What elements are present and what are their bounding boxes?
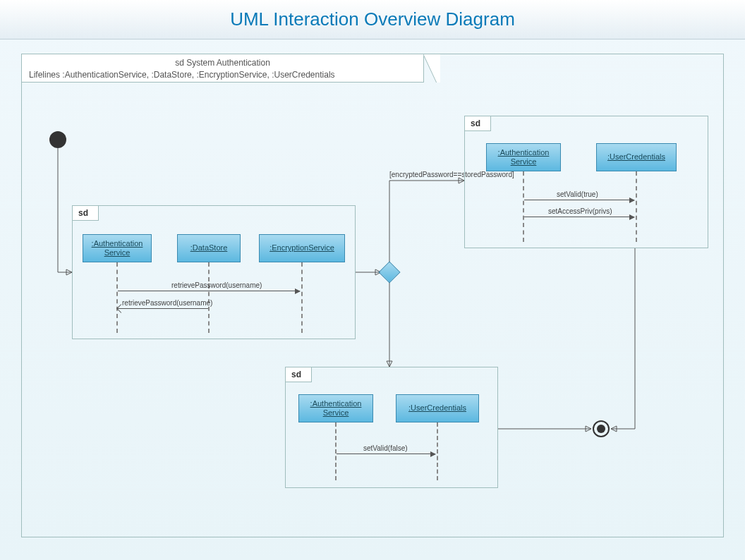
final-node (593, 420, 610, 437)
lifebox-encryption: :EncryptionService (259, 234, 345, 262)
page-title: UML Interaction Overview Diagram (230, 8, 515, 30)
lifebox-usercred-2: :UserCredentials (596, 143, 677, 171)
lifeline-auth-3 (335, 422, 337, 480)
msg-line-2-2 (524, 217, 634, 217)
lifeline-ds (208, 262, 210, 333)
outer-tab-line1: sd System Authentication (29, 57, 416, 69)
sd-tab-3: sd (285, 367, 312, 382)
sd-frame-1: sd :Authentication Service :DataStore :E… (72, 205, 356, 339)
lifeline-auth-2 (523, 171, 524, 242)
outer-frame-tab: sd System Authentication Lifelines :Auth… (22, 54, 424, 83)
sd-frame-2: sd :Authentication Service :UserCredenti… (464, 116, 708, 248)
lifebox-auth-2: :Authentication Service (486, 143, 561, 171)
msg-line-3-1 (337, 454, 435, 454)
lifeline-uc-2 (636, 171, 637, 242)
msg-line-1-1 (118, 291, 300, 291)
msg-line-2-1 (524, 200, 634, 200)
sd-tab-1: sd (72, 205, 99, 221)
sd-frame-3: sd :Authentication Service :UserCredenti… (285, 367, 498, 488)
lifeline-enc (301, 262, 303, 333)
msg-line-1-2 (118, 308, 208, 309)
outer-tab-notch (423, 54, 440, 83)
msg-text-2-1: setValid(true) (557, 190, 598, 198)
outer-tab-line2: Lifelines :AuthenticationService, :DataS… (29, 69, 416, 81)
page-header: UML Interaction Overview Diagram (0, 0, 745, 39)
lifebox-usercred-3: :UserCredentials (396, 394, 479, 422)
sd-tab-2: sd (464, 116, 491, 131)
msg-text-1-1: retrievePassword(username) (171, 281, 262, 289)
msg-text-2-2: setAccessPriv(privs) (548, 207, 612, 215)
diagram-canvas: sd System Authentication Lifelines :Auth… (0, 39, 745, 560)
lifeline-auth-1 (116, 262, 118, 333)
lifebox-auth-1: :Authentication Service (83, 234, 152, 262)
lifeline-uc-3 (437, 422, 438, 480)
msg-text-3-1: setValid(false) (363, 444, 408, 452)
initial-node (49, 131, 66, 148)
lifebox-auth-3: :Authentication Service (298, 394, 373, 422)
lifebox-datastore: :DataStore (177, 234, 241, 262)
msg-text-1-2: retrievePassword(username) (122, 299, 212, 307)
